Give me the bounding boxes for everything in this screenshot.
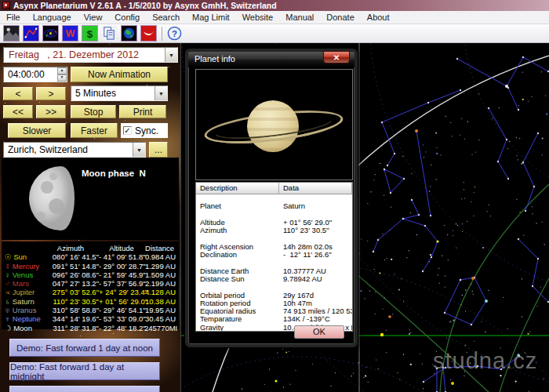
star <box>442 256 442 256</box>
star <box>375 292 376 292</box>
planet-row-moon: ☽ Moon311° 28' 31.8"- 22° 48' 18.2"24577… <box>2 324 179 332</box>
info-row-distance-sun: Distance Sun9.78942 AU <box>196 275 352 283</box>
constellation-star <box>373 251 374 252</box>
moon-phase-panel: Moon phase N <box>2 158 179 240</box>
sync-checkbox[interactable]: ✓ Sync. <box>121 123 168 138</box>
demo-button-1[interactable]: Demo: Fast forward 1 day at noon <box>9 339 160 357</box>
stop-button[interactable]: Stop <box>71 105 116 118</box>
demo-button-3[interactable] <box>9 386 160 392</box>
constellation-star <box>537 258 539 260</box>
star <box>500 375 501 376</box>
star <box>363 377 364 378</box>
star <box>420 354 420 354</box>
planet-row-saturn: ♄ Saturn110° 23' 30.5"+ 01° 56' 29.0"10.… <box>2 297 179 306</box>
star <box>410 332 411 333</box>
planet-row-venus: ♀ Venus096° 26' 08.6"- 21° 59' 45.9"1.50… <box>2 270 179 279</box>
faster-button[interactable]: Faster <box>71 123 118 138</box>
dialog-title-bar[interactable]: Planet info ✕ <box>188 52 354 67</box>
constellation-star <box>430 215 431 216</box>
donate-icon[interactable]: $ <box>82 25 98 42</box>
menu-item-file[interactable]: File <box>0 11 27 24</box>
now-animation-button[interactable]: Now Animation <box>71 67 168 82</box>
info-row-planet: PlanetSaturn <box>196 202 352 210</box>
time-spinner[interactable]: 04:00:00 ▲▼ <box>3 67 67 82</box>
constellation-icon[interactable] <box>23 25 39 42</box>
star <box>464 182 464 183</box>
swiss-icon[interactable] <box>140 25 157 42</box>
menu-item-view[interactable]: View <box>78 11 109 24</box>
star <box>382 308 383 309</box>
step-back-button[interactable]: < <box>3 87 33 100</box>
star <box>461 198 462 199</box>
constellation-line <box>518 239 548 302</box>
location-more-button[interactable]: ... <box>149 142 168 158</box>
menu-item-donate[interactable]: Donate <box>320 11 360 24</box>
star <box>532 206 533 207</box>
star <box>425 151 426 152</box>
location-combobox[interactable]: Zurich, Switzerland ▼ <box>3 142 146 158</box>
info-row-blank <box>196 259 352 267</box>
star <box>449 321 450 322</box>
spin-down-icon[interactable]: ▼ <box>57 74 67 82</box>
constellation-star <box>381 122 383 123</box>
menu-item-manual[interactable]: Manual <box>279 11 320 24</box>
website-icon[interactable]: W <box>62 25 78 42</box>
copy-icon[interactable] <box>101 25 118 42</box>
star <box>445 116 446 117</box>
earth-icon[interactable] <box>121 25 137 42</box>
menu-item-config[interactable]: Config <box>108 11 146 24</box>
menu-item-language[interactable]: Language <box>27 11 78 24</box>
constellation-star <box>444 312 445 314</box>
app-icon <box>2 2 10 9</box>
star <box>422 364 423 365</box>
menu-item-mag-limit[interactable]: Mag Limit <box>186 11 236 24</box>
menu-item-about[interactable]: About <box>361 11 396 24</box>
date-dropdown-arrow[interactable]: ▼ <box>165 48 177 62</box>
interval-dropdown-arrow[interactable]: ▼ <box>155 86 167 100</box>
star <box>445 275 445 276</box>
star <box>365 375 366 376</box>
constellation-star <box>522 56 524 58</box>
time-value: 04:00:00 <box>4 69 45 80</box>
info-row-right-ascension: Right Ascension14h 28m 02.0s <box>196 243 352 251</box>
rewind-button[interactable]: << <box>3 105 33 118</box>
print-button[interactable]: Print <box>119 105 166 118</box>
star <box>481 321 482 322</box>
star <box>269 368 270 369</box>
star <box>376 359 376 360</box>
location-dropdown-arrow[interactable]: ▼ <box>133 143 145 157</box>
sync-checkmark-icon[interactable]: ✓ <box>123 126 132 135</box>
star <box>450 122 451 123</box>
date-combobox[interactable]: Freitag , 21. Dezember 2012 ▼ <box>3 47 178 63</box>
solar-system-icon[interactable] <box>42 25 59 42</box>
ok-button[interactable]: OK <box>294 325 344 339</box>
interval-combobox[interactable]: 5 Minutes ▼ <box>71 85 168 101</box>
moon-scene-icon[interactable] <box>3 25 20 42</box>
fast-forward-button[interactable]: >> <box>36 105 66 118</box>
nebula-star <box>80 336 81 336</box>
info-row-temparature: Temparature134K / -139°C <box>196 315 352 323</box>
time-spin-buttons[interactable]: ▲▼ <box>57 67 67 82</box>
menu-item-website[interactable]: Website <box>236 11 280 24</box>
help-icon[interactable]: ? <box>166 25 183 42</box>
star <box>283 387 284 387</box>
demo-button-2[interactable]: Demo: Fast forward 1 day at midnight <box>9 362 160 380</box>
star <box>518 159 518 160</box>
step-forward-button[interactable]: > <box>36 87 66 100</box>
menu-item-search[interactable]: Search <box>146 11 186 24</box>
star <box>374 269 375 270</box>
grid-circle <box>369 43 549 302</box>
star <box>378 368 379 369</box>
spin-up-icon[interactable]: ▲ <box>57 67 67 74</box>
slower-button[interactable]: Slower <box>8 123 66 138</box>
star <box>464 189 464 190</box>
star <box>369 290 370 291</box>
dialog-close-button[interactable]: ✕ <box>323 51 350 64</box>
star <box>409 329 409 330</box>
star <box>460 304 461 305</box>
star <box>474 340 474 341</box>
col-data: Data <box>279 183 352 194</box>
constellation-star <box>533 186 535 187</box>
star <box>447 234 448 235</box>
bright-star <box>436 240 438 242</box>
